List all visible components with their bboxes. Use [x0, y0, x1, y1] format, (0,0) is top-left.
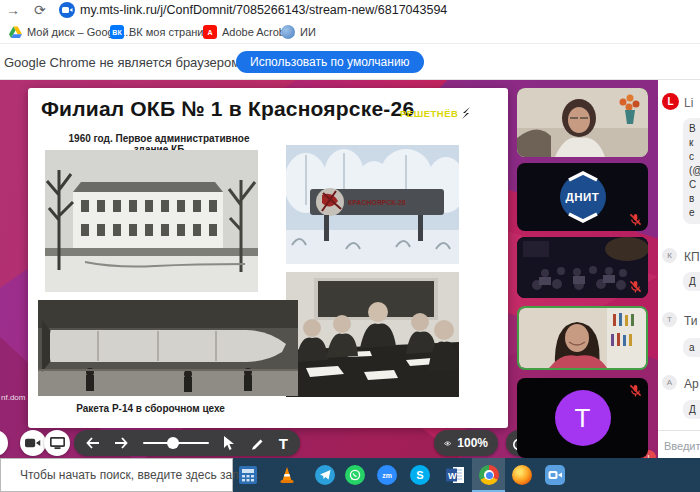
next-slide-button[interactable] — [114, 437, 128, 449]
chat-avatar: К — [662, 248, 677, 263]
chat-panel: L Li В к с (@ С в е К КП Д Т Ти а А Ар Д… — [658, 80, 700, 458]
taskbar-firefox[interactable] — [510, 463, 534, 487]
use-default-button[interactable]: Использовать по умолчанию — [236, 51, 424, 73]
vk-icon: ВК — [110, 25, 124, 39]
room-watermark: nf.dom — [1, 393, 25, 402]
taskbar-word[interactable]: W — [443, 463, 467, 487]
whatsapp-icon — [349, 469, 361, 481]
avatar-t: Т — [555, 390, 611, 446]
photo-building-1960 — [45, 150, 258, 292]
view-zoom-pill[interactable]: 100% — [434, 430, 498, 456]
participant-tile-dnit[interactable]: ДНИТ — [517, 163, 648, 231]
reload-icon[interactable]: ⟳ — [34, 0, 46, 20]
taskbar-search[interactable]: Чтобы начать поиск, введите здесь запрос — [0, 458, 233, 492]
taskbar-skype[interactable]: S — [408, 463, 432, 487]
chat-divider — [658, 430, 700, 431]
arrow-left-icon — [86, 437, 100, 449]
participant-tile-audience[interactable] — [517, 237, 648, 298]
chat-line: в — [689, 192, 700, 206]
photo-city-sign-winter: КРАСНОЯРСК-26 — [286, 145, 459, 264]
mic-muted-icon — [629, 280, 642, 293]
prev-slide-button[interactable] — [86, 437, 100, 449]
mts-link-app-icon — [545, 465, 565, 485]
brand-logo-mark-icon — [460, 107, 472, 119]
adobe-acrobat-icon: A — [203, 25, 217, 39]
forward-icon[interactable]: → — [6, 0, 20, 20]
search-placeholder: Чтобы начать поиск, введите здесь запрос — [20, 468, 258, 482]
bookmark-ai[interactable]: ИИ — [281, 23, 316, 41]
windows-taskbar: Чтобы начать поиск, введите здесь запрос… — [0, 458, 700, 492]
participant-tile-t[interactable]: Т — [517, 378, 648, 458]
chat-line: В — [689, 122, 700, 136]
taskbar-mts-link[interactable] — [543, 463, 567, 487]
chat-message: а — [683, 338, 700, 357]
chat-header: Li — [684, 96, 693, 110]
cursor-icon — [223, 436, 236, 451]
screen-share-button[interactable] — [44, 430, 70, 456]
zoom-icon: zm — [377, 465, 397, 485]
slide-title: Филиал ОКБ № 1 в Красноярске-26 — [41, 97, 414, 121]
chat-line: с — [689, 150, 700, 164]
telegram-icon — [320, 470, 331, 480]
mts-link-logo-icon: L — [662, 93, 679, 110]
vlc-icon — [278, 466, 296, 484]
firefox-icon — [512, 465, 532, 485]
participant-tile-active-speaker[interactable] — [517, 306, 648, 370]
address-bar: → ⟳ my.mts-link.ru/j/ConfDomnit/70852661… — [0, 0, 700, 20]
chat-username: Ар — [684, 377, 699, 391]
arrow-right-icon — [114, 437, 128, 449]
pen-icon — [250, 436, 264, 450]
photo-meeting — [286, 272, 459, 397]
slide-controls-pill: T — [74, 430, 300, 456]
url-field[interactable]: my.mts-link.ru/j/ConfDomnit/7085266143/s… — [80, 3, 447, 17]
participant-tile-speaker[interactable] — [517, 88, 648, 157]
bookmark-vk[interactable]: ВК ВК моя страница — [110, 23, 216, 41]
taskbar-whatsapp[interactable] — [343, 463, 367, 487]
chat-line: к — [689, 136, 700, 150]
dnit-chevrons-icon — [553, 167, 613, 227]
word-icon: W — [446, 466, 465, 484]
brand-logo: РЕШЕТНЁВ — [400, 107, 472, 119]
chrome-icon — [479, 465, 499, 485]
taskbar-vlc[interactable] — [275, 463, 299, 487]
camera-toggle-button[interactable] — [20, 430, 46, 456]
chat-username: КП — [684, 250, 700, 264]
pointer-tool-button[interactable] — [223, 436, 236, 451]
google-drive-icon — [8, 25, 22, 39]
photo-rocket-r14 — [38, 300, 298, 396]
taskbar-telegram[interactable] — [313, 463, 337, 487]
logo-glyph: L — [667, 96, 673, 107]
taskbar-calculator[interactable] — [236, 463, 260, 487]
calculator-icon — [239, 466, 257, 484]
mic-muted-icon — [629, 384, 642, 397]
default-browser-infobar: Google Chrome не является браузером по у… — [0, 44, 700, 80]
chat-avatar: Т — [662, 312, 677, 327]
text-tool-button[interactable]: T — [279, 435, 288, 452]
chat-message: Д — [683, 272, 700, 291]
chat-message: Д — [683, 400, 700, 419]
brand-logo-text: РЕШЕТНЁВ — [400, 108, 458, 119]
monitor-icon — [50, 437, 65, 450]
chat-line: е — [689, 206, 700, 220]
svg-text:W: W — [448, 471, 457, 481]
zoom-level: 100% — [457, 436, 488, 450]
taskbar-zoom[interactable]: zm — [375, 463, 399, 487]
slider-track[interactable] — [143, 442, 209, 444]
chat-input[interactable]: Введите — [664, 440, 700, 452]
chat-line: (@ — [689, 164, 700, 178]
slider-knob[interactable] — [167, 437, 179, 449]
presentation-slide: Филиал ОКБ № 1 в Красноярске-26 РЕШЕТНЁВ… — [28, 88, 508, 428]
slide-caption-bottom: Ракета Р-14 в сборочном цехе — [68, 403, 233, 414]
chat-avatar: А — [662, 375, 677, 390]
taskbar-chrome[interactable] — [477, 463, 501, 487]
ai-icon — [281, 25, 295, 39]
skype-icon: S — [410, 465, 430, 485]
bookmark-label: ИИ — [300, 26, 316, 38]
pen-tool-button[interactable] — [250, 436, 264, 450]
zoom-slider[interactable] — [143, 442, 209, 444]
sign-text: КРАСНОЯРСК-26 — [348, 199, 406, 206]
bookmarks-bar: Мой диск – Google... ВК ВК моя страница … — [0, 20, 700, 44]
chat-line: С — [689, 178, 700, 192]
screen: → ⟳ my.mts-link.ru/j/ConfDomnit/70852661… — [0, 0, 700, 492]
site-favicon-icon — [59, 2, 75, 18]
